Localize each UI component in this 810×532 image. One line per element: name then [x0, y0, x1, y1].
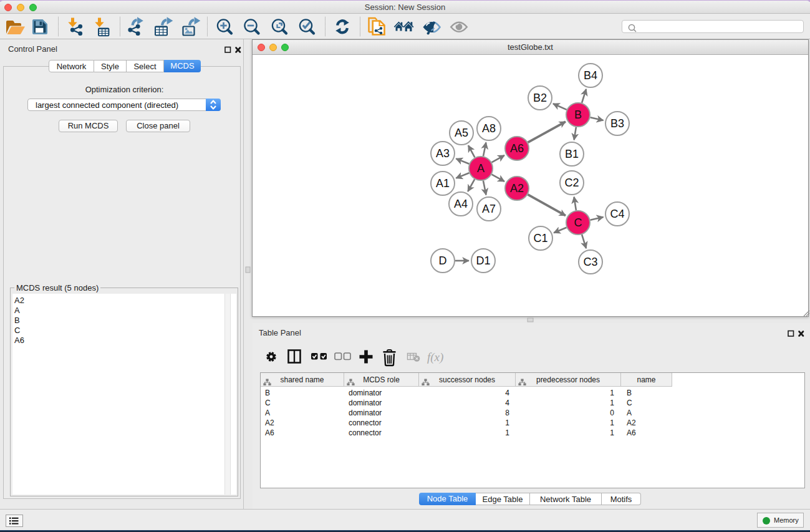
svg-text:A6: A6: [510, 142, 524, 155]
svg-text:C3: C3: [583, 256, 597, 268]
svg-text:A7: A7: [482, 203, 496, 215]
svg-text:f(x): f(x): [427, 351, 443, 364]
svg-text:B2: B2: [533, 92, 547, 104]
svg-text:A2: A2: [510, 182, 524, 195]
svg-text:D1: D1: [476, 254, 490, 267]
svg-text:A8: A8: [482, 122, 496, 135]
svg-text:D: D: [439, 254, 447, 267]
svg-text:A1: A1: [436, 177, 450, 190]
svg-text:A: A: [477, 162, 485, 175]
svg-text:C: C: [574, 216, 582, 229]
svg-text:C2: C2: [564, 177, 579, 189]
svg-text:B1: B1: [565, 148, 579, 160]
svg-text:A4: A4: [454, 198, 468, 210]
svg-text:B3: B3: [610, 117, 624, 130]
svg-text:C1: C1: [533, 232, 547, 244]
svg-text:A3: A3: [436, 147, 450, 160]
svg-text:B4: B4: [584, 69, 597, 82]
svg-text:A5: A5: [455, 127, 468, 139]
svg-text:C4: C4: [610, 208, 624, 220]
svg-text:B: B: [574, 109, 582, 121]
